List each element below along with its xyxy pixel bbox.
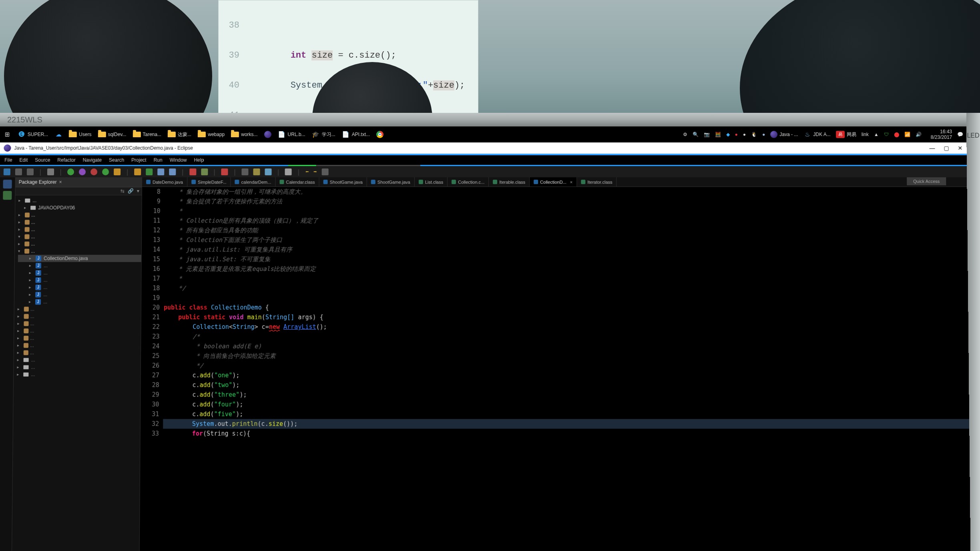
tray-icon[interactable]: ⚙ (683, 132, 687, 137)
toolbar-button[interactable] (221, 168, 228, 175)
tree-node[interactable]: ▸... (18, 197, 142, 204)
tray-icon[interactable]: ● (743, 132, 746, 137)
tray-icon[interactable]: ● (735, 132, 738, 137)
tray-icon[interactable]: ▲ (874, 132, 879, 137)
editor-tab[interactable]: ShootGame.java (319, 177, 367, 186)
menu-edit[interactable]: Edit (19, 155, 28, 165)
taskbar-ie[interactable]: 🅔SUPER... (18, 130, 48, 138)
tree-node[interactable]: ▸... (17, 364, 141, 371)
editor-tab-active[interactable]: CollectionD...× (530, 177, 577, 186)
tray-netease[interactable]: 易网易 (836, 131, 856, 138)
menu-run[interactable]: Run (154, 155, 163, 165)
tray-icon[interactable]: 🛡 (884, 132, 889, 137)
menu-window[interactable]: Window (170, 155, 187, 165)
editor-tab[interactable]: Iterator.class (577, 177, 617, 186)
tray-icon[interactable]: ⬤ (894, 132, 899, 137)
tray-icon[interactable]: 🐧 (751, 132, 757, 137)
close-icon[interactable]: × (59, 178, 62, 186)
tray-java[interactable]: Java - ... (770, 131, 798, 138)
system-clock[interactable]: 16:43 8/23/2017 (931, 129, 952, 140)
maximize-button[interactable]: ▢ (944, 142, 949, 154)
tray-icon[interactable]: 💬 (957, 132, 963, 137)
editor-tab[interactable]: List.class (415, 177, 448, 186)
tree-node[interactable]: ▸J... (18, 262, 141, 269)
tray-icon[interactable]: 🔊 (916, 132, 922, 137)
editor-tab[interactable]: Calendar.class (275, 177, 319, 186)
menu-help[interactable]: Help (194, 155, 204, 165)
tray-icon[interactable]: 🔍 (693, 132, 699, 137)
editor-tab[interactable]: SimpleDateF... (187, 177, 231, 186)
toolbar-button[interactable] (189, 168, 196, 175)
tree-node[interactable]: ▾... (18, 248, 141, 255)
close-button[interactable]: ✕ (958, 142, 962, 154)
tree-node[interactable]: ▸... (17, 313, 141, 320)
link-editor-icon[interactable]: 🔗 (128, 187, 134, 195)
new-button[interactable] (4, 168, 10, 175)
taskbar-folder-works[interactable]: works... (231, 132, 257, 137)
tree-node[interactable]: ▸... (17, 357, 141, 364)
package-explorer-tab[interactable]: Package Explorer× (16, 177, 142, 187)
taskbar-folder[interactable]: 达蒙... (168, 132, 191, 137)
tree-node[interactable]: ▸... (17, 349, 141, 356)
tree-node[interactable]: ▸... (17, 320, 141, 327)
tray-link[interactable]: link (862, 132, 869, 137)
tree-node[interactable]: ▸JAVAOOPDAY06 (18, 204, 142, 211)
save-button[interactable] (15, 168, 22, 175)
taskbar-folder-webapp[interactable]: webapp (198, 132, 225, 137)
search-button[interactable] (285, 168, 292, 175)
tree-node[interactable]: ▸J... (18, 269, 141, 277)
new-package-button[interactable] (134, 168, 141, 175)
new-class-button[interactable] (146, 168, 153, 175)
toolbar-button[interactable] (47, 168, 54, 175)
taskbar-chrome[interactable] (376, 131, 384, 138)
save-all-button[interactable] (27, 168, 34, 175)
toolbar-button[interactable] (157, 168, 164, 175)
menu-refactor[interactable]: Refactor (57, 155, 76, 165)
tree-node-selected[interactable]: ▸JCollectionDemo.java (18, 255, 141, 262)
collapse-all-icon[interactable]: ⇆ (120, 187, 125, 195)
view-icon[interactable] (3, 180, 12, 188)
toolbar-button[interactable] (322, 168, 329, 175)
tree-node[interactable]: ▸J... (18, 298, 141, 305)
toolbar-button[interactable] (241, 168, 248, 175)
menu-search[interactable]: Search (109, 155, 124, 165)
tree-node[interactable]: ▸... (18, 306, 141, 313)
taskbar-api[interactable]: 📄API.txt... (342, 130, 370, 138)
editor-tab[interactable]: Iterable.class (489, 177, 530, 186)
tray-icon[interactable]: ● (762, 132, 765, 137)
tray-icon[interactable]: ◆ (726, 132, 730, 137)
taskbar-folder-sqldev[interactable]: sqlDev... (98, 132, 126, 137)
tree-node[interactable]: ▸... (17, 327, 141, 335)
tray-icon[interactable]: 📷 (704, 132, 710, 137)
view-menu-icon[interactable]: ▾ (137, 187, 139, 195)
tray-jdk[interactable]: ♨JDK A... (803, 130, 831, 138)
toolbar-button[interactable] (265, 168, 271, 175)
taskbar-url[interactable]: 📄URL.b... (277, 130, 305, 138)
minimize-button[interactable]: — (929, 142, 935, 154)
taskbar-folder-users[interactable]: Users (69, 132, 91, 137)
tree-node[interactable]: ▸J... (18, 291, 141, 298)
menu-project[interactable]: Project (131, 155, 147, 165)
tree-node[interactable]: ▸... (18, 218, 142, 226)
menu-file[interactable]: File (4, 155, 12, 165)
view-icon[interactable] (3, 191, 12, 200)
stop-button[interactable] (90, 168, 97, 175)
editor-tab[interactable]: ShootGame.java (367, 177, 415, 186)
tree-node[interactable]: ▸... (17, 335, 141, 342)
toolbar-button[interactable] (201, 168, 208, 175)
editor-tab[interactable]: calendarDem... (231, 177, 276, 186)
taskbar-folder-tarena[interactable]: Tarena... (133, 132, 161, 137)
run-last-button[interactable] (102, 168, 109, 175)
tree-node[interactable]: ▸... (18, 240, 141, 248)
editor-tab[interactable]: Collection.c... (448, 177, 489, 186)
close-icon[interactable]: × (570, 177, 572, 187)
tree-node[interactable]: ▸J... (18, 277, 141, 284)
tree-node[interactable]: ▸... (18, 211, 142, 218)
taskbar-learn[interactable]: 🎓学习... (312, 130, 335, 138)
toolbar-button[interactable] (114, 168, 120, 175)
eclipse-titlebar[interactable]: Java - Tarena_User/src/ImportJava/JAVASE… (0, 142, 967, 154)
tree-node[interactable]: ▸... (18, 226, 142, 233)
back-button[interactable]: ⬅ (305, 168, 309, 175)
debug-button[interactable] (79, 168, 86, 175)
tree-node[interactable]: ▸J... (18, 284, 141, 291)
